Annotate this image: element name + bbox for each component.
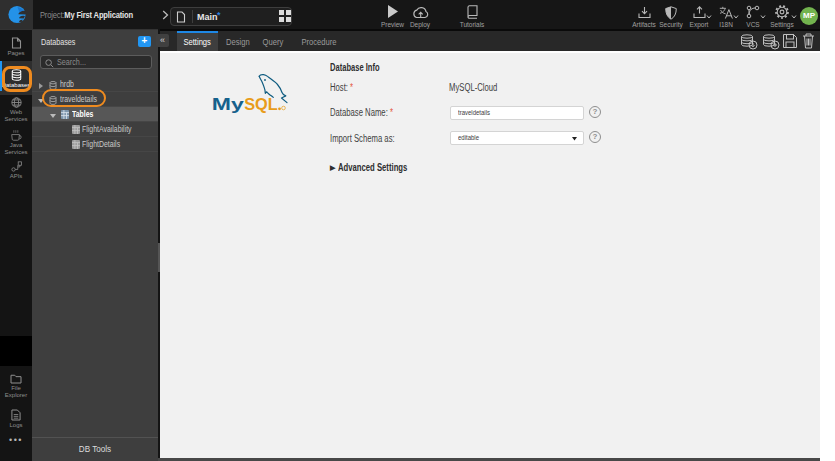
svg-text:SQL: SQL [244, 96, 278, 113]
svg-text:My: My [212, 96, 244, 113]
